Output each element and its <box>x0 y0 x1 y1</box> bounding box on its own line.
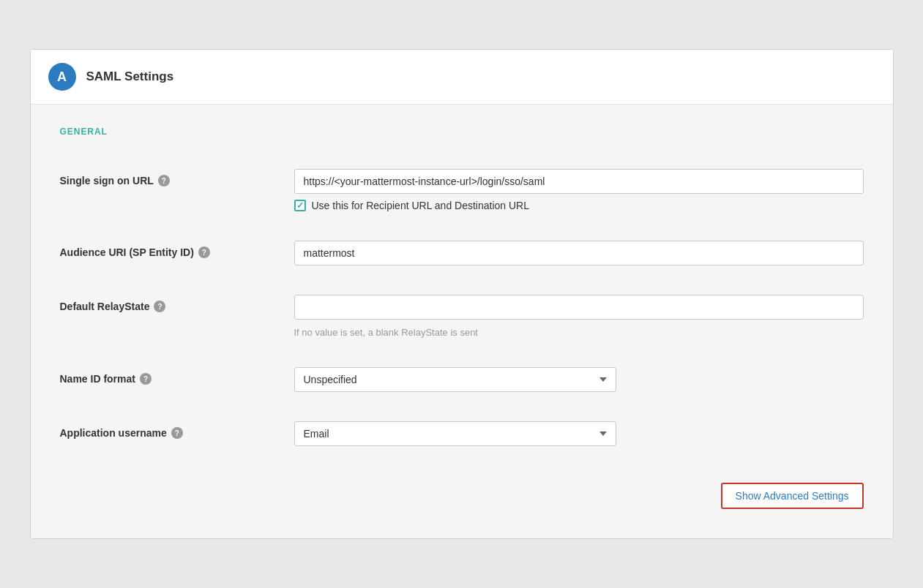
label-col-sso: Single sign on URL ? <box>60 169 294 186</box>
relay-state-input[interactable] <box>294 295 864 320</box>
checkbox-row-sso: ✓ Use this for Recipient URL and Destina… <box>294 200 864 211</box>
control-col-app-username: Email Username Custom <box>294 421 864 446</box>
name-id-help-icon[interactable]: ? <box>140 373 152 385</box>
form-row-relay-state: Default RelayState ? If no value is set,… <box>60 280 864 353</box>
card-body: GENERAL Single sign on URL ? ✓ Use this … <box>31 105 893 538</box>
audience-uri-input[interactable] <box>294 241 864 265</box>
name-id-label: Name ID format <box>60 373 135 385</box>
audience-uri-label: Audience URI (SP Entity ID) <box>60 246 194 258</box>
app-username-select[interactable]: Email Username Custom <box>294 421 616 446</box>
show-advanced-button[interactable]: Show Advanced Settings <box>721 483 864 509</box>
form-row-audience-uri: Audience URI (SP Entity ID) ? <box>60 226 864 280</box>
label-col-app-username: Application username ? <box>60 421 294 439</box>
name-id-select[interactable]: Unspecified EmailAddress Persistent Tran… <box>294 367 616 392</box>
audience-uri-help-icon[interactable]: ? <box>198 246 210 258</box>
relay-state-hint: If no value is set, a blank RelayState i… <box>294 327 864 338</box>
avatar: A <box>48 63 76 91</box>
checkmark-icon: ✓ <box>296 201 304 210</box>
page-title: SAML Settings <box>86 69 174 84</box>
sso-url-checkbox[interactable]: ✓ <box>294 200 306 211</box>
control-col-name-id: Unspecified EmailAddress Persistent Tran… <box>294 367 864 392</box>
sso-url-label: Single sign on URL <box>60 175 154 186</box>
relay-state-label: Default RelayState <box>60 301 150 312</box>
sso-url-checkbox-label: Use this for Recipient URL and Destinati… <box>312 200 530 211</box>
saml-settings-card: A SAML Settings GENERAL Single sign on U… <box>30 49 894 539</box>
form-row-name-id: Name ID format ? Unspecified EmailAddres… <box>60 353 864 407</box>
control-col-relay: If no value is set, a blank RelayState i… <box>294 295 864 338</box>
relay-state-help-icon[interactable]: ? <box>154 301 165 312</box>
label-col-audience: Audience URI (SP Entity ID) ? <box>60 241 294 258</box>
control-col-sso: ✓ Use this for Recipient URL and Destina… <box>294 169 864 211</box>
footer-row: Show Advanced Settings <box>60 468 864 509</box>
label-col-name-id: Name ID format ? <box>60 367 294 385</box>
sso-url-input[interactable] <box>294 169 864 194</box>
card-header: A SAML Settings <box>31 50 893 105</box>
form-row-app-username: Application username ? Email Username Cu… <box>60 407 864 461</box>
form-row-sso-url: Single sign on URL ? ✓ Use this for Reci… <box>60 154 864 226</box>
app-username-help-icon[interactable]: ? <box>171 427 183 439</box>
section-label: GENERAL <box>60 127 864 137</box>
app-username-label: Application username <box>60 427 167 439</box>
control-col-audience <box>294 241 864 265</box>
label-col-relay: Default RelayState ? <box>60 295 294 312</box>
form-rows: Single sign on URL ? ✓ Use this for Reci… <box>60 154 864 461</box>
sso-url-help-icon[interactable]: ? <box>158 175 170 186</box>
